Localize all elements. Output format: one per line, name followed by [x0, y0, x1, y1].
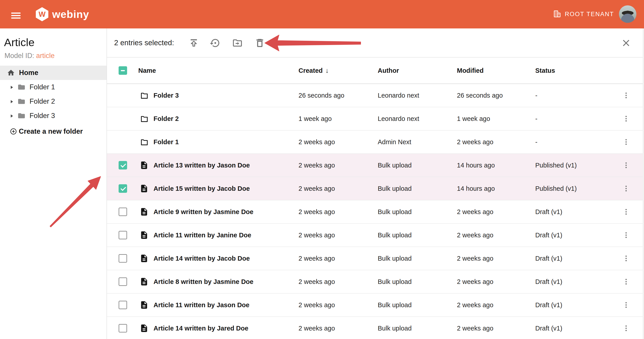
table-row[interactable]: Article 8 written by Jasmine Doe 2 weeks… [107, 270, 644, 293]
circle-plus-icon [10, 128, 17, 135]
document-icon [140, 323, 148, 333]
table-row[interactable]: Article 11 written by Janine Doe 2 weeks… [107, 224, 644, 247]
cell-name: Article 8 written by Jasmine Doe [154, 270, 253, 293]
unpublish-restore-icon[interactable] [210, 38, 221, 48]
column-header-created[interactable]: Created ↓ [298, 58, 329, 84]
model-id-value[interactable]: article [36, 52, 54, 60]
tenant-label: ROOT TENANT [565, 11, 614, 18]
table-row[interactable]: Article 15 written by Jacob Doe 2 weeks … [107, 177, 644, 200]
cell-name: Folder 1 [154, 131, 179, 153]
chevron-right-icon[interactable] [11, 86, 13, 89]
folder-icon [140, 138, 149, 146]
kebab-icon [622, 231, 630, 240]
row-menu-button[interactable] [621, 177, 632, 200]
document-icon [140, 160, 148, 170]
table-row[interactable]: Article 14 written by Jared Doe 2 weeks … [107, 317, 644, 339]
vertical-scrollbar[interactable] [643, 29, 644, 339]
menu-hamburger-icon[interactable] [11, 13, 20, 19]
cell-created: 2 weeks ago [298, 224, 335, 246]
row-menu-button[interactable] [621, 107, 632, 130]
row-checkbox[interactable] [118, 161, 127, 170]
cell-name: Article 11 written by Janine Doe [154, 224, 251, 246]
table-row[interactable]: Folder 3 26 seconds ago Leonardo next 26… [107, 84, 644, 107]
row-menu-button[interactable] [621, 200, 632, 223]
cell-status: - [535, 107, 538, 130]
delete-trash-icon[interactable] [254, 38, 265, 48]
home-icon [7, 69, 15, 77]
table-row[interactable]: Article 9 written by Jasmine Doe 2 weeks… [107, 200, 644, 224]
column-header-name: Name [138, 58, 156, 84]
close-selection-icon[interactable] [621, 38, 632, 48]
user-avatar[interactable] [619, 5, 636, 23]
kebab-icon [622, 138, 630, 146]
chevron-right-icon[interactable] [11, 100, 13, 103]
webiny-logo-initial: W [38, 11, 46, 18]
row-checkbox[interactable] [118, 231, 127, 239]
sidebar-folder-item[interactable]: Folder 2 [0, 94, 106, 109]
column-header-created-label: Created [298, 67, 323, 74]
building-icon [553, 10, 561, 19]
cell-author: Bulk upload [378, 200, 412, 223]
webiny-logo-icon[interactable]: W [36, 7, 48, 21]
kebab-icon [622, 277, 630, 286]
row-menu-button[interactable] [621, 293, 632, 316]
webiny-content-entries-page: { "topbar": { "brand_name": "webiny", "b… [0, 0, 644, 339]
cell-modified: 2 weeks ago [457, 224, 494, 246]
table-row[interactable]: Article 11 written by Jason Doe 2 weeks … [107, 293, 644, 317]
folder-icon [140, 91, 149, 100]
row-checkbox[interactable] [118, 301, 127, 309]
cell-modified: 2 weeks ago [457, 270, 494, 293]
select-all-checkbox[interactable] [118, 66, 127, 75]
table-row[interactable]: Folder 2 1 week ago Leonardo next 1 week… [107, 107, 644, 131]
row-menu-button[interactable] [621, 131, 632, 153]
cell-name: Article 14 written by Jared Doe [154, 317, 248, 339]
table-row[interactable]: Article 14 written by Jacob Doe 2 weeks … [107, 247, 644, 270]
folder-icon [17, 83, 26, 91]
sidebar-folder-label: Folder 2 [30, 94, 55, 109]
cell-status: Published (v1) [535, 177, 577, 200]
move-to-folder-icon[interactable] [232, 38, 243, 48]
document-icon [140, 276, 148, 287]
cell-status: Draft (v1) [535, 270, 562, 293]
tenant-selector[interactable]: ROOT TENANT [553, 0, 614, 29]
sidebar-folder-item[interactable]: Folder 1 [0, 80, 106, 94]
cell-status: Draft (v1) [535, 247, 562, 270]
cell-created: 2 weeks ago [298, 154, 335, 177]
cell-created: 2 weeks ago [298, 293, 335, 316]
publish-icon[interactable] [188, 38, 199, 48]
page-title: Article [4, 36, 34, 49]
row-checkbox[interactable] [118, 324, 127, 332]
sort-desc-icon[interactable]: ↓ [325, 67, 329, 74]
kebab-icon [622, 207, 630, 216]
cell-name: Folder 3 [154, 84, 179, 107]
sidebar-folder-item[interactable]: Folder 3 [0, 109, 106, 123]
table-row[interactable]: Folder 1 2 weeks ago Admin Next 2 weeks … [107, 131, 644, 154]
row-menu-button[interactable] [621, 247, 632, 270]
cell-name: Article 11 written by Jason Doe [154, 293, 250, 316]
sidebar-folder-label: Folder 3 [30, 109, 55, 123]
chevron-right-icon[interactable] [11, 114, 13, 118]
row-checkbox[interactable] [118, 254, 127, 263]
row-checkbox[interactable] [118, 208, 127, 216]
row-checkbox[interactable] [118, 184, 127, 193]
cell-modified: 14 hours ago [457, 154, 495, 177]
row-menu-button[interactable] [621, 270, 632, 293]
row-menu-button[interactable] [621, 317, 632, 339]
cell-created: 2 weeks ago [298, 200, 335, 223]
cell-status: Draft (v1) [535, 293, 562, 316]
row-checkbox[interactable] [118, 277, 127, 286]
cell-name: Article 9 written by Jasmine Doe [154, 200, 253, 223]
cell-author: Bulk upload [378, 177, 412, 200]
cell-modified: 26 seconds ago [457, 84, 503, 107]
cell-created: 2 weeks ago [298, 131, 335, 153]
cell-author: Bulk upload [378, 293, 412, 316]
cell-created: 2 weeks ago [298, 317, 335, 339]
folder-icon [17, 112, 26, 120]
row-menu-button[interactable] [621, 224, 632, 246]
table-row[interactable]: Article 13 written by Jason Doe 2 weeks … [107, 154, 644, 177]
document-icon [140, 207, 148, 217]
row-menu-button[interactable] [621, 84, 632, 107]
sidebar-item-home[interactable]: Home [0, 66, 106, 80]
row-menu-button[interactable] [621, 154, 632, 177]
create-new-folder-button[interactable]: Create a new folder [0, 124, 106, 139]
